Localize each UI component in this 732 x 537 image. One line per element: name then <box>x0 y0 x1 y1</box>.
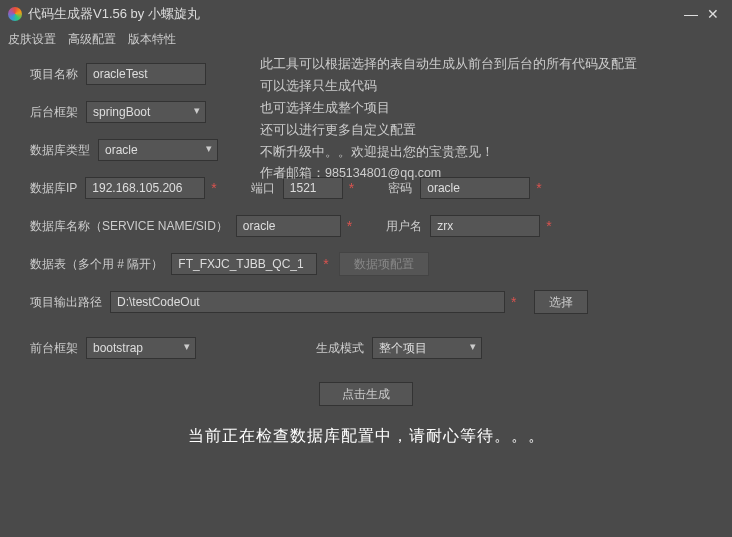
label-db-type: 数据库类型 <box>30 142 90 159</box>
label-output-path: 项目输出路径 <box>30 294 102 311</box>
close-button[interactable]: ✕ <box>702 6 724 22</box>
desc-line: 还可以进行更多自定义配置 <box>260 120 690 142</box>
label-gen-mode: 生成模式 <box>316 340 364 357</box>
generate-button[interactable]: 点击生成 <box>319 382 413 406</box>
titlebar: 代码生成器V1.56 by 小螺旋丸 — ✕ <box>0 0 732 28</box>
label-backend-framework: 后台框架 <box>30 104 78 121</box>
label-front-framework: 前台框架 <box>30 340 78 357</box>
desc-line: 作者邮箱：985134801@qq.com <box>260 163 690 185</box>
menubar: 皮肤设置 高级配置 版本特性 <box>0 28 732 50</box>
db-ip-input[interactable] <box>85 177 205 199</box>
window-title: 代码生成器V1.56 by 小螺旋丸 <box>28 5 680 23</box>
required-marker: * <box>211 180 216 196</box>
desc-line: 可以选择只生成代码 <box>260 76 690 98</box>
label-username: 用户名 <box>386 218 422 235</box>
label-db-name: 数据库名称（SERVICE NAME/SID） <box>30 218 228 235</box>
desc-line: 也可选择生成整个项目 <box>260 98 690 120</box>
project-name-input[interactable] <box>86 63 206 85</box>
gen-mode-select[interactable]: 整个项目 <box>372 337 482 359</box>
required-marker: * <box>347 218 352 234</box>
menu-version[interactable]: 版本特性 <box>128 31 176 48</box>
tables-input[interactable] <box>171 253 317 275</box>
label-tables: 数据表（多个用 # 隔开） <box>30 256 163 273</box>
label-db-ip: 数据库IP <box>30 180 77 197</box>
desc-line: 此工具可以根据选择的表自动生成从前台到后台的所有代码及配置 <box>260 54 690 76</box>
username-input[interactable] <box>430 215 540 237</box>
description-panel: 此工具可以根据选择的表自动生成从前台到后台的所有代码及配置 可以选择只生成代码 … <box>260 54 690 185</box>
data-config-button[interactable]: 数据项配置 <box>339 252 429 276</box>
db-name-input[interactable] <box>236 215 341 237</box>
minimize-button[interactable]: — <box>680 6 702 22</box>
db-type-select[interactable]: oracle <box>98 139 218 161</box>
label-project-name: 项目名称 <box>30 66 78 83</box>
required-marker: * <box>546 218 551 234</box>
choose-path-button[interactable]: 选择 <box>534 290 588 314</box>
required-marker: * <box>511 294 516 310</box>
menu-skin[interactable]: 皮肤设置 <box>8 31 56 48</box>
desc-line: 不断升级中。。欢迎提出您的宝贵意见！ <box>260 142 690 164</box>
front-framework-select[interactable]: bootstrap <box>86 337 196 359</box>
required-marker: * <box>323 256 328 272</box>
status-text: 当前正在检查数据库配置中，请耐心等待。。。 <box>30 426 702 447</box>
app-icon <box>8 7 22 21</box>
output-path-input[interactable] <box>110 291 505 313</box>
backend-framework-select[interactable]: springBoot <box>86 101 206 123</box>
menu-advanced[interactable]: 高级配置 <box>68 31 116 48</box>
